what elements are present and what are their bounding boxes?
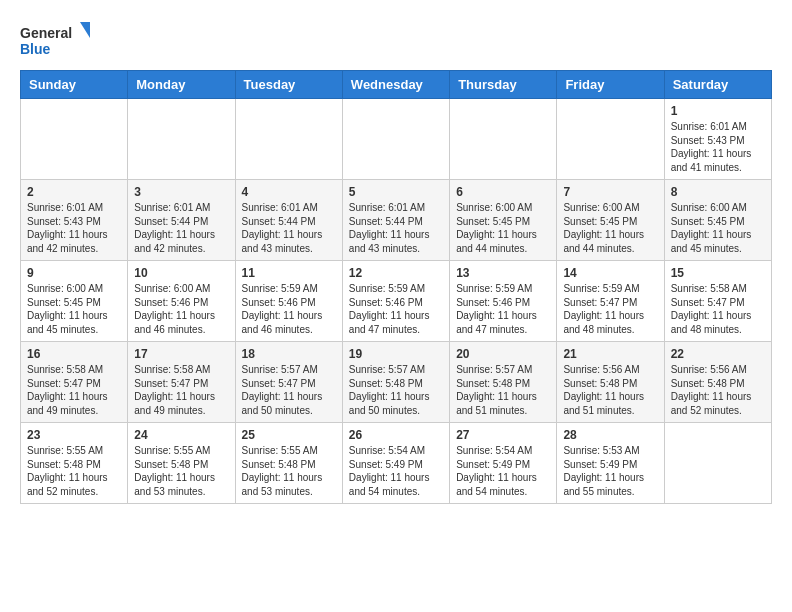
- calendar-cell: 26Sunrise: 5:54 AM Sunset: 5:49 PM Dayli…: [342, 423, 449, 504]
- calendar-cell: [450, 99, 557, 180]
- calendar-cell: 14Sunrise: 5:59 AM Sunset: 5:47 PM Dayli…: [557, 261, 664, 342]
- calendar-cell: [235, 99, 342, 180]
- calendar-cell: [21, 99, 128, 180]
- calendar-cell: [664, 423, 771, 504]
- day-info: Sunrise: 5:55 AM Sunset: 5:48 PM Dayligh…: [242, 444, 336, 498]
- day-number: 26: [349, 428, 443, 442]
- calendar-cell: 19Sunrise: 5:57 AM Sunset: 5:48 PM Dayli…: [342, 342, 449, 423]
- calendar-cell: 27Sunrise: 5:54 AM Sunset: 5:49 PM Dayli…: [450, 423, 557, 504]
- calendar-cell: 2Sunrise: 6:01 AM Sunset: 5:43 PM Daylig…: [21, 180, 128, 261]
- day-info: Sunrise: 6:00 AM Sunset: 5:45 PM Dayligh…: [563, 201, 657, 255]
- day-info: Sunrise: 6:00 AM Sunset: 5:45 PM Dayligh…: [27, 282, 121, 336]
- day-header-saturday: Saturday: [664, 71, 771, 99]
- day-number: 21: [563, 347, 657, 361]
- day-info: Sunrise: 6:00 AM Sunset: 5:45 PM Dayligh…: [671, 201, 765, 255]
- calendar-cell: 23Sunrise: 5:55 AM Sunset: 5:48 PM Dayli…: [21, 423, 128, 504]
- calendar-cell: 13Sunrise: 5:59 AM Sunset: 5:46 PM Dayli…: [450, 261, 557, 342]
- calendar-cell: 8Sunrise: 6:00 AM Sunset: 5:45 PM Daylig…: [664, 180, 771, 261]
- calendar-cell: [557, 99, 664, 180]
- calendar-cell: 18Sunrise: 5:57 AM Sunset: 5:47 PM Dayli…: [235, 342, 342, 423]
- day-info: Sunrise: 5:56 AM Sunset: 5:48 PM Dayligh…: [671, 363, 765, 417]
- svg-marker-1: [80, 22, 90, 38]
- calendar-week-row: 23Sunrise: 5:55 AM Sunset: 5:48 PM Dayli…: [21, 423, 772, 504]
- day-number: 19: [349, 347, 443, 361]
- day-info: Sunrise: 6:01 AM Sunset: 5:43 PM Dayligh…: [671, 120, 765, 174]
- calendar-table: SundayMondayTuesdayWednesdayThursdayFrid…: [20, 70, 772, 504]
- day-info: Sunrise: 6:01 AM Sunset: 5:44 PM Dayligh…: [349, 201, 443, 255]
- day-header-tuesday: Tuesday: [235, 71, 342, 99]
- day-info: Sunrise: 5:59 AM Sunset: 5:47 PM Dayligh…: [563, 282, 657, 336]
- calendar-cell: 16Sunrise: 5:58 AM Sunset: 5:47 PM Dayli…: [21, 342, 128, 423]
- day-number: 1: [671, 104, 765, 118]
- calendar-cell: 20Sunrise: 5:57 AM Sunset: 5:48 PM Dayli…: [450, 342, 557, 423]
- calendar-week-row: 1Sunrise: 6:01 AM Sunset: 5:43 PM Daylig…: [21, 99, 772, 180]
- day-info: Sunrise: 5:53 AM Sunset: 5:49 PM Dayligh…: [563, 444, 657, 498]
- day-number: 22: [671, 347, 765, 361]
- calendar-cell: 21Sunrise: 5:56 AM Sunset: 5:48 PM Dayli…: [557, 342, 664, 423]
- day-number: 11: [242, 266, 336, 280]
- day-number: 10: [134, 266, 228, 280]
- day-info: Sunrise: 5:56 AM Sunset: 5:48 PM Dayligh…: [563, 363, 657, 417]
- calendar-cell: 1Sunrise: 6:01 AM Sunset: 5:43 PM Daylig…: [664, 99, 771, 180]
- day-number: 23: [27, 428, 121, 442]
- day-number: 14: [563, 266, 657, 280]
- calendar-cell: 12Sunrise: 5:59 AM Sunset: 5:46 PM Dayli…: [342, 261, 449, 342]
- day-number: 27: [456, 428, 550, 442]
- day-number: 9: [27, 266, 121, 280]
- day-number: 6: [456, 185, 550, 199]
- day-info: Sunrise: 6:00 AM Sunset: 5:46 PM Dayligh…: [134, 282, 228, 336]
- day-number: 25: [242, 428, 336, 442]
- day-info: Sunrise: 5:57 AM Sunset: 5:47 PM Dayligh…: [242, 363, 336, 417]
- day-number: 2: [27, 185, 121, 199]
- calendar-cell: 15Sunrise: 5:58 AM Sunset: 5:47 PM Dayli…: [664, 261, 771, 342]
- day-number: 15: [671, 266, 765, 280]
- day-number: 13: [456, 266, 550, 280]
- day-number: 4: [242, 185, 336, 199]
- svg-text:Blue: Blue: [20, 41, 51, 57]
- day-info: Sunrise: 5:58 AM Sunset: 5:47 PM Dayligh…: [27, 363, 121, 417]
- day-info: Sunrise: 5:54 AM Sunset: 5:49 PM Dayligh…: [349, 444, 443, 498]
- calendar-cell: 24Sunrise: 5:55 AM Sunset: 5:48 PM Dayli…: [128, 423, 235, 504]
- day-info: Sunrise: 5:58 AM Sunset: 5:47 PM Dayligh…: [671, 282, 765, 336]
- day-info: Sunrise: 5:54 AM Sunset: 5:49 PM Dayligh…: [456, 444, 550, 498]
- calendar-week-row: 2Sunrise: 6:01 AM Sunset: 5:43 PM Daylig…: [21, 180, 772, 261]
- logo-svg: GeneralBlue: [20, 20, 90, 60]
- day-number: 12: [349, 266, 443, 280]
- day-number: 17: [134, 347, 228, 361]
- calendar-cell: 4Sunrise: 6:01 AM Sunset: 5:44 PM Daylig…: [235, 180, 342, 261]
- calendar-cell: 25Sunrise: 5:55 AM Sunset: 5:48 PM Dayli…: [235, 423, 342, 504]
- day-info: Sunrise: 5:58 AM Sunset: 5:47 PM Dayligh…: [134, 363, 228, 417]
- day-number: 3: [134, 185, 228, 199]
- day-number: 28: [563, 428, 657, 442]
- calendar-cell: 9Sunrise: 6:00 AM Sunset: 5:45 PM Daylig…: [21, 261, 128, 342]
- calendar-cell: 10Sunrise: 6:00 AM Sunset: 5:46 PM Dayli…: [128, 261, 235, 342]
- calendar-cell: [128, 99, 235, 180]
- calendar-cell: 7Sunrise: 6:00 AM Sunset: 5:45 PM Daylig…: [557, 180, 664, 261]
- day-info: Sunrise: 6:01 AM Sunset: 5:44 PM Dayligh…: [242, 201, 336, 255]
- day-number: 16: [27, 347, 121, 361]
- day-info: Sunrise: 5:55 AM Sunset: 5:48 PM Dayligh…: [134, 444, 228, 498]
- calendar-header-row: SundayMondayTuesdayWednesdayThursdayFrid…: [21, 71, 772, 99]
- day-number: 24: [134, 428, 228, 442]
- day-number: 20: [456, 347, 550, 361]
- day-number: 7: [563, 185, 657, 199]
- day-info: Sunrise: 5:59 AM Sunset: 5:46 PM Dayligh…: [349, 282, 443, 336]
- day-info: Sunrise: 6:00 AM Sunset: 5:45 PM Dayligh…: [456, 201, 550, 255]
- logo: GeneralBlue: [20, 20, 90, 60]
- calendar-cell: 17Sunrise: 5:58 AM Sunset: 5:47 PM Dayli…: [128, 342, 235, 423]
- calendar-week-row: 9Sunrise: 6:00 AM Sunset: 5:45 PM Daylig…: [21, 261, 772, 342]
- day-number: 18: [242, 347, 336, 361]
- day-number: 5: [349, 185, 443, 199]
- day-header-monday: Monday: [128, 71, 235, 99]
- day-info: Sunrise: 5:59 AM Sunset: 5:46 PM Dayligh…: [242, 282, 336, 336]
- day-header-thursday: Thursday: [450, 71, 557, 99]
- svg-text:General: General: [20, 25, 72, 41]
- calendar-cell: 6Sunrise: 6:00 AM Sunset: 5:45 PM Daylig…: [450, 180, 557, 261]
- day-info: Sunrise: 6:01 AM Sunset: 5:43 PM Dayligh…: [27, 201, 121, 255]
- day-info: Sunrise: 5:57 AM Sunset: 5:48 PM Dayligh…: [456, 363, 550, 417]
- day-info: Sunrise: 5:55 AM Sunset: 5:48 PM Dayligh…: [27, 444, 121, 498]
- calendar-cell: 3Sunrise: 6:01 AM Sunset: 5:44 PM Daylig…: [128, 180, 235, 261]
- day-info: Sunrise: 6:01 AM Sunset: 5:44 PM Dayligh…: [134, 201, 228, 255]
- day-header-sunday: Sunday: [21, 71, 128, 99]
- day-number: 8: [671, 185, 765, 199]
